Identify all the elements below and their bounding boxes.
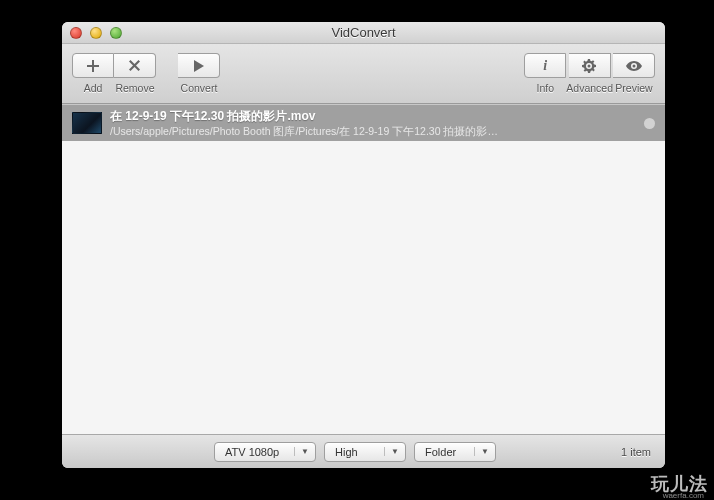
zoom-icon[interactable]	[110, 27, 122, 39]
preset-dropdown[interactable]: ATV 1080p ▼	[214, 442, 316, 462]
plus-icon	[87, 60, 99, 72]
advanced-label: Advanced	[566, 82, 613, 94]
preset-value: ATV 1080p	[225, 446, 279, 458]
play-icon	[194, 60, 204, 72]
list-item-text: 在 12-9-19 下午12.30 拍摄的影片.mov /Users/apple…	[110, 108, 636, 139]
remove-label: Remove	[115, 82, 154, 94]
destination-value: Folder	[425, 446, 456, 458]
chevron-down-icon: ▼	[474, 447, 489, 456]
bottom-bar: ATV 1080p ▼ High ▼ Folder ▼ 1 item	[62, 434, 665, 468]
info-label: Info	[537, 82, 555, 94]
right-group: i Info Advanced Preview	[524, 53, 655, 94]
add-button[interactable]	[72, 53, 114, 78]
quality-dropdown[interactable]: High ▼	[324, 442, 406, 462]
add-remove-group: Add Remove	[72, 53, 156, 94]
close-icon[interactable]	[70, 27, 82, 39]
x-icon	[129, 60, 140, 71]
quality-value: High	[335, 446, 358, 458]
chevron-down-icon: ▼	[294, 447, 309, 456]
gear-icon	[582, 59, 596, 73]
remove-button[interactable]	[114, 53, 156, 78]
file-list: 在 12-9-19 下午12.30 拍摄的影片.mov /Users/apple…	[62, 104, 665, 434]
traffic-lights	[62, 27, 122, 39]
destination-dropdown[interactable]: Folder ▼	[414, 442, 496, 462]
info-button[interactable]: i	[524, 53, 566, 78]
list-item[interactable]: 在 12-9-19 下午12.30 拍摄的影片.mov /Users/apple…	[62, 105, 665, 141]
file-path: /Users/apple/Pictures/Photo Booth 图库/Pic…	[110, 125, 636, 139]
watermark-url: waerfa.com	[663, 491, 704, 500]
preview-label: Preview	[615, 82, 652, 94]
item-count: 1 item	[621, 446, 651, 458]
preview-button[interactable]	[613, 53, 655, 78]
convert-label: Convert	[181, 82, 218, 94]
app-window: VidConvert Add Remove Con	[62, 22, 665, 468]
file-name: 在 12-9-19 下午12.30 拍摄的影片.mov	[110, 108, 636, 125]
titlebar: VidConvert	[62, 22, 665, 44]
advanced-button[interactable]	[569, 53, 611, 78]
eye-icon	[626, 61, 642, 71]
minimize-icon[interactable]	[90, 27, 102, 39]
info-icon: i	[543, 58, 547, 74]
toolbar: Add Remove Convert i	[62, 44, 665, 104]
convert-group: Convert	[178, 53, 220, 94]
video-thumbnail	[72, 112, 102, 134]
status-dot	[644, 118, 655, 129]
convert-button[interactable]	[178, 53, 220, 78]
chevron-down-icon: ▼	[384, 447, 399, 456]
watermark: 玩儿法	[651, 472, 708, 496]
window-title: VidConvert	[62, 25, 665, 40]
add-label: Add	[84, 82, 103, 94]
